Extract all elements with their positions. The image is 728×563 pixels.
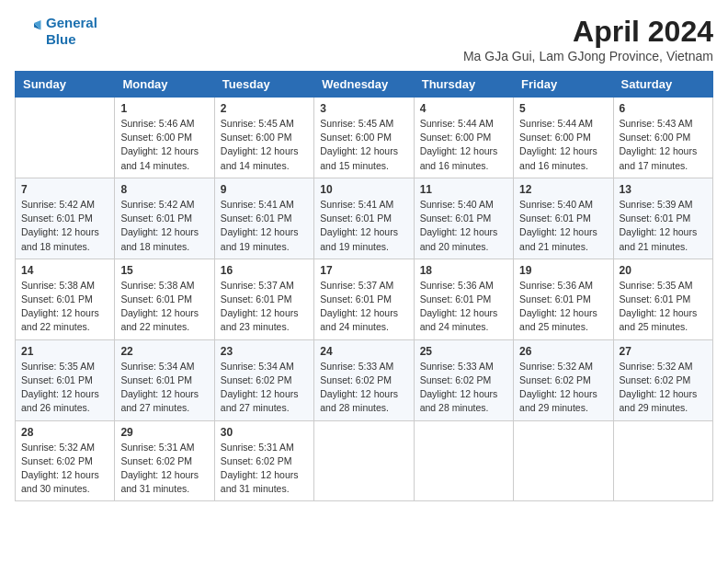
calendar-cell	[314, 420, 414, 501]
day-number: 12	[519, 183, 607, 196]
day-number: 4	[420, 102, 507, 115]
calendar-cell	[16, 98, 115, 178]
day-number: 24	[320, 345, 407, 358]
day-number: 9	[221, 183, 308, 196]
calendar-cell: 13Sunrise: 5:39 AM Sunset: 6:01 PM Dayli…	[613, 178, 712, 259]
calendar-cell: 12Sunrise: 5:40 AM Sunset: 6:01 PM Dayli…	[514, 178, 613, 259]
day-number: 11	[420, 183, 507, 196]
day-info: Sunrise: 5:38 AM Sunset: 6:01 PM Dayligh…	[21, 279, 108, 335]
calendar-cell: 15Sunrise: 5:38 AM Sunset: 6:01 PM Dayli…	[115, 259, 214, 339]
day-info: Sunrise: 5:38 AM Sunset: 6:01 PM Dayligh…	[120, 279, 208, 335]
calendar-week-row: 21Sunrise: 5:35 AM Sunset: 6:01 PM Dayli…	[16, 339, 713, 420]
day-info: Sunrise: 5:45 AM Sunset: 6:00 PM Dayligh…	[320, 117, 407, 173]
day-info: Sunrise: 5:35 AM Sunset: 6:01 PM Dayligh…	[21, 360, 108, 416]
day-number: 5	[519, 102, 607, 115]
calendar-cell: 14Sunrise: 5:38 AM Sunset: 6:01 PM Dayli…	[16, 259, 115, 339]
calendar-header-row: SundayMondayTuesdayWednesdayThursdayFrid…	[16, 72, 713, 98]
day-info: Sunrise: 5:41 AM Sunset: 6:01 PM Dayligh…	[320, 198, 407, 254]
calendar-week-row: 14Sunrise: 5:38 AM Sunset: 6:01 PM Dayli…	[16, 259, 713, 339]
day-header-monday: Monday	[115, 72, 214, 98]
calendar-cell: 3Sunrise: 5:45 AM Sunset: 6:00 PM Daylig…	[314, 98, 414, 178]
day-info: Sunrise: 5:45 AM Sunset: 6:00 PM Dayligh…	[221, 117, 308, 173]
logo-icon	[15, 17, 42, 45]
calendar-cell: 28Sunrise: 5:32 AM Sunset: 6:02 PM Dayli…	[16, 420, 115, 501]
day-info: Sunrise: 5:42 AM Sunset: 6:01 PM Dayligh…	[120, 198, 208, 254]
calendar-cell: 2Sunrise: 5:45 AM Sunset: 6:00 PM Daylig…	[214, 98, 313, 178]
title-block: April 2024 Ma GJa Gui, Lam GJong Provinc…	[463, 15, 713, 63]
day-number: 2	[221, 102, 308, 115]
day-info: Sunrise: 5:31 AM Sunset: 6:02 PM Dayligh…	[120, 441, 208, 497]
calendar-week-row: 1Sunrise: 5:46 AM Sunset: 6:00 PM Daylig…	[16, 98, 713, 178]
location-title: Ma GJa Gui, Lam GJong Province, Vietnam	[463, 49, 713, 63]
day-header-sunday: Sunday	[16, 72, 115, 98]
calendar-cell: 24Sunrise: 5:33 AM Sunset: 6:02 PM Dayli…	[314, 339, 414, 420]
day-info: Sunrise: 5:33 AM Sunset: 6:02 PM Dayligh…	[420, 360, 507, 416]
day-number: 18	[420, 264, 507, 277]
calendar-cell	[613, 420, 712, 501]
day-info: Sunrise: 5:37 AM Sunset: 6:01 PM Dayligh…	[320, 279, 407, 335]
day-number: 6	[620, 102, 707, 115]
day-number: 13	[620, 183, 707, 196]
day-number: 16	[221, 264, 308, 277]
day-info: Sunrise: 5:44 AM Sunset: 6:00 PM Dayligh…	[420, 117, 507, 173]
calendar-cell: 20Sunrise: 5:35 AM Sunset: 6:01 PM Dayli…	[613, 259, 712, 339]
day-number: 22	[120, 345, 208, 358]
calendar-week-row: 7Sunrise: 5:42 AM Sunset: 6:01 PM Daylig…	[16, 178, 713, 259]
day-header-saturday: Saturday	[613, 72, 712, 98]
day-number: 3	[320, 102, 407, 115]
day-number: 30	[221, 426, 308, 439]
calendar-cell: 30Sunrise: 5:31 AM Sunset: 6:02 PM Dayli…	[214, 420, 313, 501]
day-number: 10	[320, 183, 407, 196]
calendar-cell: 29Sunrise: 5:31 AM Sunset: 6:02 PM Dayli…	[115, 420, 214, 501]
day-info: Sunrise: 5:32 AM Sunset: 6:02 PM Dayligh…	[21, 441, 108, 497]
day-info: Sunrise: 5:32 AM Sunset: 6:02 PM Dayligh…	[519, 360, 607, 416]
calendar-cell: 1Sunrise: 5:46 AM Sunset: 6:00 PM Daylig…	[115, 98, 214, 178]
day-info: Sunrise: 5:32 AM Sunset: 6:02 PM Dayligh…	[620, 360, 707, 416]
logo-text: General Blue	[46, 15, 97, 48]
calendar-cell: 23Sunrise: 5:34 AM Sunset: 6:02 PM Dayli…	[214, 339, 313, 420]
day-number: 20	[620, 264, 707, 277]
calendar-cell: 16Sunrise: 5:37 AM Sunset: 6:01 PM Dayli…	[214, 259, 313, 339]
day-info: Sunrise: 5:46 AM Sunset: 6:00 PM Dayligh…	[120, 117, 208, 173]
day-info: Sunrise: 5:40 AM Sunset: 6:01 PM Dayligh…	[420, 198, 507, 254]
calendar-cell: 6Sunrise: 5:43 AM Sunset: 6:00 PM Daylig…	[613, 98, 712, 178]
calendar-body: 1Sunrise: 5:46 AM Sunset: 6:00 PM Daylig…	[16, 98, 713, 501]
day-info: Sunrise: 5:34 AM Sunset: 6:02 PM Dayligh…	[221, 360, 308, 416]
calendar-cell: 18Sunrise: 5:36 AM Sunset: 6:01 PM Dayli…	[414, 259, 513, 339]
calendar-cell	[514, 420, 613, 501]
day-info: Sunrise: 5:36 AM Sunset: 6:01 PM Dayligh…	[519, 279, 607, 335]
calendar-cell	[414, 420, 513, 501]
day-info: Sunrise: 5:35 AM Sunset: 6:01 PM Dayligh…	[620, 279, 707, 335]
calendar-cell: 7Sunrise: 5:42 AM Sunset: 6:01 PM Daylig…	[16, 178, 115, 259]
month-title: April 2024	[463, 15, 713, 49]
day-number: 15	[120, 264, 208, 277]
day-number: 8	[120, 183, 208, 196]
day-info: Sunrise: 5:36 AM Sunset: 6:01 PM Dayligh…	[420, 279, 507, 335]
day-header-friday: Friday	[514, 72, 613, 98]
page-header: General Blue April 2024 Ma GJa Gui, Lam …	[15, 15, 713, 63]
day-number: 23	[221, 345, 308, 358]
day-number: 17	[320, 264, 407, 277]
calendar-cell: 19Sunrise: 5:36 AM Sunset: 6:01 PM Dayli…	[514, 259, 613, 339]
day-number: 21	[21, 345, 108, 358]
day-number: 14	[21, 264, 108, 277]
day-header-thursday: Thursday	[414, 72, 513, 98]
day-info: Sunrise: 5:41 AM Sunset: 6:01 PM Dayligh…	[221, 198, 308, 254]
day-header-tuesday: Tuesday	[214, 72, 313, 98]
day-number: 1	[120, 102, 208, 115]
day-number: 29	[120, 426, 208, 439]
calendar-cell: 25Sunrise: 5:33 AM Sunset: 6:02 PM Dayli…	[414, 339, 513, 420]
calendar-cell: 4Sunrise: 5:44 AM Sunset: 6:00 PM Daylig…	[414, 98, 513, 178]
calendar-cell: 21Sunrise: 5:35 AM Sunset: 6:01 PM Dayli…	[16, 339, 115, 420]
day-info: Sunrise: 5:33 AM Sunset: 6:02 PM Dayligh…	[320, 360, 407, 416]
calendar-cell: 5Sunrise: 5:44 AM Sunset: 6:00 PM Daylig…	[514, 98, 613, 178]
calendar-cell: 26Sunrise: 5:32 AM Sunset: 6:02 PM Dayli…	[514, 339, 613, 420]
day-number: 25	[420, 345, 507, 358]
calendar-cell: 27Sunrise: 5:32 AM Sunset: 6:02 PM Dayli…	[613, 339, 712, 420]
calendar-cell: 11Sunrise: 5:40 AM Sunset: 6:01 PM Dayli…	[414, 178, 513, 259]
day-info: Sunrise: 5:37 AM Sunset: 6:01 PM Dayligh…	[221, 279, 308, 335]
day-info: Sunrise: 5:43 AM Sunset: 6:00 PM Dayligh…	[620, 117, 707, 173]
day-info: Sunrise: 5:34 AM Sunset: 6:01 PM Dayligh…	[120, 360, 208, 416]
calendar-cell: 9Sunrise: 5:41 AM Sunset: 6:01 PM Daylig…	[214, 178, 313, 259]
day-header-wednesday: Wednesday	[314, 72, 414, 98]
